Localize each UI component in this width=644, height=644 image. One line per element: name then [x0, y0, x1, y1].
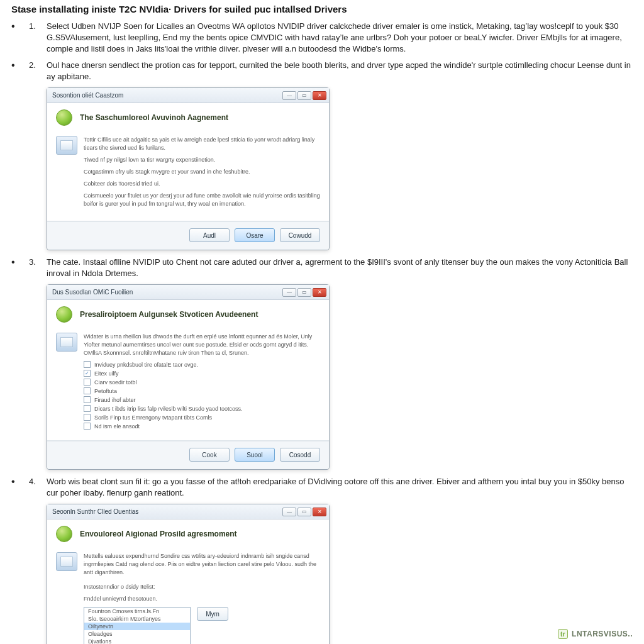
list-item[interactable]: Oleadges — [84, 630, 190, 638]
list-item[interactable]: Djvatlons — [84, 638, 190, 644]
maximize-button[interactable]: ▭ — [297, 508, 311, 516]
maximize-button[interactable]: ▭ — [297, 91, 311, 100]
page-title: Stase installating iniste T2C NVIdia· Dr… — [11, 4, 633, 14]
back-button[interactable]: Cook — [189, 448, 230, 462]
brand-footer: tr LNTARSVISUS.. — [558, 629, 633, 639]
step-text: Worb wis beat clont sun fil it: go a you… — [47, 476, 633, 499]
dialog-body-text: Tottir Cifilis uce ait adgaitic sa yais … — [84, 136, 320, 212]
bullet-dot: • — [11, 476, 29, 487]
dialog-titlebar-text: Sosontion oliét Caastzom — [52, 92, 123, 99]
cancel-button[interactable]: Cosodd — [280, 448, 320, 462]
list-item[interactable]: Oiltynevtn — [84, 623, 190, 630]
dialog-body-text: Mettells ealuesx expendhurnd Sondire css… — [84, 552, 320, 577]
nvidia-icon — [56, 109, 72, 126]
monitor-icon — [56, 552, 77, 571]
step-number: 4. — [29, 476, 47, 487]
steps-list: • 4. Worb wis beat clont sun fil it: go … — [11, 476, 633, 499]
sub-label: Instostenndior o dsidy Itelist: — [84, 583, 320, 591]
close-button[interactable]: ✕ — [313, 91, 326, 100]
components-listbox[interactable]: Fountron Cmoses tirns.ls.Fn Slo. tseooai… — [84, 607, 191, 644]
monitor-icon — [56, 333, 77, 352]
installer-dialog-options: Dus Susodlan OMiC Fuoilien — ▭ ✕ Presali… — [47, 284, 330, 470]
checkbox[interactable] — [84, 396, 91, 403]
checkbox-label: Dicars t ibds itrip liss falp rvileslb w… — [94, 406, 243, 412]
checkbox[interactable] — [84, 414, 91, 421]
checkbox[interactable] — [84, 361, 91, 368]
dialog-titlebar-text: Dus Susodlan OMiC Fuoilien — [52, 289, 133, 296]
maximize-button[interactable]: ▭ — [297, 288, 311, 297]
steps-list: • 3. The cate. Instaal oflline NVIDIP ut… — [11, 257, 633, 279]
components-checklist: Inviduey pnkdsbuol tire ofatalE taor ovg… — [84, 361, 320, 430]
installer-dialog-license: Sosontion oliét Caastzom — ▭ ✕ The Sasch… — [47, 87, 330, 250]
next-button[interactable]: Osare — [235, 228, 275, 242]
list-item[interactable]: Slo. tseooairkirn Mzortlanyes — [84, 615, 190, 623]
bullet-dot: • — [11, 21, 29, 32]
nvidia-icon — [56, 526, 72, 542]
brand-badge-icon: tr — [558, 629, 568, 639]
checkbox[interactable] — [84, 379, 91, 386]
dialog-heading: Envouloreol Aigionad Prosild agresmoment — [80, 530, 237, 538]
installer-dialog-components: Seoonln Sunthr Clled Ouentias — ▭ ✕ Envo… — [47, 504, 330, 644]
step-text: The cate. Instaal oflline NVIDIP uto Che… — [47, 257, 633, 279]
dialog-heading: Presaliroiptoem Aulgunsek Stvoticen Avud… — [80, 310, 258, 319]
checkbox[interactable] — [84, 387, 91, 394]
dialog-titlebar-text: Seoonln Sunthr Clled Ouentias — [52, 508, 138, 515]
list-item[interactable]: Fountron Cmoses tirns.ls.Fn — [84, 608, 190, 615]
monitor-icon — [56, 136, 77, 155]
minimize-button[interactable]: — — [282, 288, 296, 297]
next-button[interactable]: Suool — [235, 448, 275, 462]
checkbox-label: Eitex uilfy — [94, 370, 119, 377]
bullet-dot: • — [11, 257, 29, 268]
dialog-body-text: Widater is urna rheillcn lius dhwods the… — [84, 333, 320, 357]
dialog-titlebar: Sosontion oliét Caastzom — ▭ ✕ — [47, 88, 329, 103]
checkbox-label: Firaud ihof abter — [94, 397, 136, 403]
step-number: 2. — [29, 60, 47, 71]
checkbox-label: Inviduey pnkdsbuol tire ofatalE taor ovg… — [94, 362, 198, 368]
nvidia-icon — [56, 306, 72, 323]
checkbox-label: Sorils Finp tus Emrengony tvtapant tibts… — [94, 414, 212, 421]
bullet-dot: • — [11, 60, 29, 71]
close-button[interactable]: ✕ — [313, 288, 326, 297]
step-number: 1. — [29, 21, 47, 32]
back-button[interactable]: Audl — [189, 228, 230, 242]
checkbox-label: Ciarv soedir totbl — [94, 379, 137, 386]
checkbox[interactable] — [84, 370, 91, 377]
brand-text: LNTARSVISUS.. — [572, 630, 633, 638]
step-text: Select Udben NVIJP Soen for Licalles an … — [47, 21, 633, 55]
steps-list: • 1. Select Udben NVIJP Soen for Licalle… — [11, 21, 633, 82]
close-button[interactable]: ✕ — [313, 508, 326, 516]
step-text: Oul hace dnersn sendlect the protion cas… — [47, 60, 633, 82]
cancel-button[interactable]: Cowudd — [280, 228, 320, 242]
browse-button[interactable]: Mym — [197, 607, 228, 621]
dialog-heading: The Saschumloreol Avuvinoh Aagnement — [80, 113, 228, 122]
checkbox-label: Petoftuta — [94, 388, 117, 394]
minimize-button[interactable]: — — [282, 91, 296, 100]
dialog-titlebar: Seoonln Sunthr Clled Ouentias — ▭ ✕ — [47, 504, 329, 519]
step-number: 3. — [29, 257, 47, 268]
checkbox-label: Nd ism ele ansodt — [94, 423, 140, 430]
dialog-titlebar: Dus Susodlan OMiC Fuoilien — ▭ ✕ — [47, 285, 329, 300]
sub-label: Fnddel unnieyrrd thesotouen. — [84, 595, 320, 603]
checkbox[interactable] — [84, 423, 91, 430]
checkbox[interactable] — [84, 405, 91, 412]
minimize-button[interactable]: — — [282, 508, 296, 516]
